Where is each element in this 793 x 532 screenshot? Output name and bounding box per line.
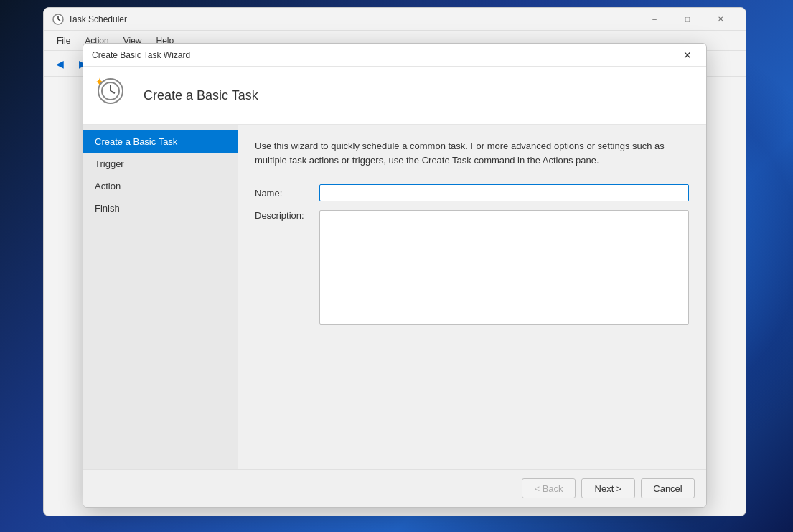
- wizard-content: Use this wizard to quickly schedule a co…: [238, 125, 706, 469]
- wizard-description: Use this wizard to quickly schedule a co…: [255, 139, 689, 167]
- name-label: Name:: [255, 188, 319, 199]
- nav-item-action[interactable]: Action: [83, 175, 238, 197]
- wizard-title-bar: Create Basic Task Wizard ✕: [83, 44, 706, 67]
- close-button[interactable]: ✕: [704, 8, 737, 31]
- nav-item-finish[interactable]: Finish: [83, 197, 238, 219]
- description-field-row: Description:: [255, 210, 689, 325]
- wizard-nav: Create a Basic Task Trigger Action Finis…: [83, 125, 238, 469]
- name-field-row: Name:: [255, 184, 689, 201]
- task-scheduler-title-bar: Task Scheduler – □ ✕: [44, 8, 746, 31]
- minimize-button[interactable]: –: [638, 8, 671, 31]
- wizard-body: Create a Basic Task Trigger Action Finis…: [83, 125, 706, 469]
- clock-icon: [98, 78, 123, 104]
- wizard-dialog: Create Basic Task Wizard ✕ ✦ Create a Ba…: [83, 43, 707, 508]
- maximize-button[interactable]: □: [671, 8, 704, 31]
- description-textarea[interactable]: [319, 210, 689, 325]
- description-label: Description:: [255, 210, 319, 221]
- menu-file[interactable]: File: [50, 33, 78, 49]
- name-input[interactable]: [319, 184, 689, 201]
- wizard-close-button[interactable]: ✕: [677, 47, 698, 63]
- task-scheduler-title: Task Scheduler: [68, 14, 638, 24]
- back-button[interactable]: ◀: [50, 54, 70, 74]
- nav-item-trigger[interactable]: Trigger: [83, 153, 238, 175]
- wizard-header: ✦ Create a Basic Task: [83, 67, 706, 125]
- wizard-header-title: Create a Basic Task: [144, 88, 258, 103]
- window-controls: – □ ✕: [638, 8, 737, 31]
- nav-item-create[interactable]: Create a Basic Task: [83, 130, 238, 153]
- back-button[interactable]: < Back: [522, 478, 576, 498]
- wizard-footer: < Back Next > Cancel: [83, 469, 706, 507]
- wizard-header-icon: ✦: [98, 78, 132, 113]
- next-button[interactable]: Next >: [581, 478, 635, 498]
- task-scheduler-app-icon: [52, 14, 64, 25]
- cancel-button[interactable]: Cancel: [641, 478, 695, 498]
- wizard-title: Create Basic Task Wizard: [92, 50, 677, 60]
